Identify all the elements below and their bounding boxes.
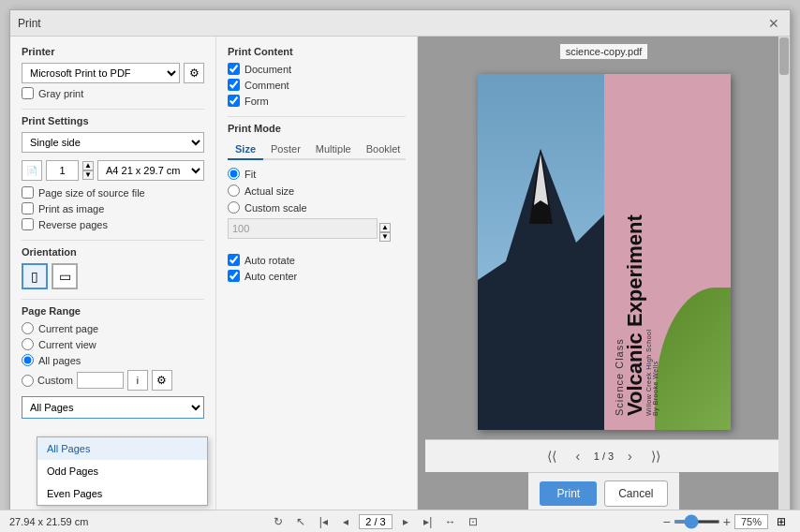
preview-panel: science-copy.pdf [418, 37, 790, 522]
copies-down-button[interactable]: ▼ [82, 170, 94, 180]
fit-width-icon[interactable]: ↔ [441, 512, 460, 531]
gray-print-label: Gray print [38, 88, 83, 99]
auto-rotate-checkbox[interactable] [228, 254, 240, 266]
close-button[interactable]: ✕ [765, 15, 782, 32]
cancel-button[interactable]: Cancel [604, 480, 667, 507]
last-page-button[interactable]: ⟩⟩ [645, 446, 666, 466]
custom-info-button[interactable]: i [127, 370, 148, 391]
zoom-in-button[interactable]: + [723, 514, 731, 529]
paper-size-select[interactable]: A4 21 x 29.7 cm [97, 160, 204, 181]
printer-select[interactable]: Microsoft Print to PDF [22, 63, 180, 83]
auto-center-row: Auto center [228, 270, 406, 282]
actual-size-label: Actual size [244, 185, 294, 197]
zoom-slider[interactable] [674, 520, 720, 524]
rotate-icon[interactable]: ↻ [269, 512, 288, 531]
comment-checkbox[interactable] [228, 79, 240, 91]
page-counter: 1 / 3 [594, 451, 614, 462]
prev-page-status-button[interactable]: ◂ [336, 512, 355, 531]
tab-booklet[interactable]: Booklet [359, 140, 408, 160]
tab-poster[interactable]: Poster [263, 140, 308, 160]
current-view-radio[interactable] [22, 338, 34, 350]
reverse-pages-checkbox[interactable] [22, 218, 34, 230]
preview-container: Science Class Volcanic Experiment Willow… [425, 65, 782, 439]
scale-up-button[interactable]: ▲ [379, 223, 391, 232]
first-page-status-button[interactable]: |◂ [314, 512, 333, 531]
auto-rotate-row: Auto rotate [228, 254, 406, 266]
cover-text-container: Science Class Volcanic Experiment Willow… [609, 83, 663, 421]
gray-print-checkbox[interactable] [22, 87, 34, 99]
actual-size-radio[interactable] [228, 185, 240, 197]
dropdown-all-pages[interactable]: All Pages [37, 437, 207, 460]
all-pages-radio[interactable] [22, 354, 34, 366]
printer-section-title: Printer [22, 46, 204, 57]
current-page-radio[interactable] [22, 322, 34, 334]
custom-settings-button[interactable]: ⚙ [152, 370, 172, 391]
pages-dropdown-overlay: All Pages Odd Pages Even Pages [37, 436, 208, 506]
custom-range-input[interactable] [77, 372, 124, 389]
print-mode-tabs: Size Poster Multiple Booklet [228, 140, 406, 160]
tab-multiple[interactable]: Multiple [308, 140, 359, 160]
custom-radio[interactable] [22, 375, 34, 387]
reverse-pages-label: Reverse pages [38, 219, 108, 230]
document-label: Document [244, 64, 291, 75]
auto-rotate-label: Auto rotate [244, 255, 295, 266]
printer-settings-button[interactable]: ⚙ [184, 63, 204, 83]
current-page-label: Current page [38, 323, 98, 334]
landscape-icon: ▭ [59, 269, 71, 284]
current-view-row: Current view [22, 338, 204, 350]
all-pages-row: All pages [22, 354, 204, 366]
page-dimensions: 27.94 x 21.59 cm [9, 516, 88, 527]
titlebar: Print ✕ [10, 10, 790, 37]
current-view-label: Current view [38, 339, 96, 350]
dropdown-even-pages[interactable]: Even Pages [37, 482, 207, 505]
custom-row: Custom i ⚙ [22, 370, 204, 391]
scrollbar-thumb[interactable] [779, 37, 789, 75]
preview-scrollbar[interactable] [778, 37, 790, 522]
landscape-button[interactable]: ▭ [52, 263, 78, 289]
document-checkbox[interactable] [228, 63, 240, 75]
green-hill [655, 288, 731, 430]
fit-radio[interactable] [228, 168, 240, 180]
page-size-source-checkbox[interactable] [22, 186, 34, 199]
print-button[interactable]: Print [540, 481, 597, 506]
middle-panel: Print Content Document Comment Form Prin… [216, 37, 418, 522]
first-page-button[interactable]: ⟨⟨ [541, 446, 562, 466]
scale-down-button[interactable]: ▼ [379, 232, 391, 242]
print-content-title: Print Content [228, 46, 406, 57]
form-row: Form [228, 95, 406, 107]
preview-photo-half [478, 74, 604, 430]
cursor-icon[interactable]: ↖ [291, 512, 310, 531]
custom-label: Custom [37, 375, 73, 386]
last-page-status-button[interactable]: ▸| [419, 512, 437, 531]
fit-button[interactable]: ⊞ [772, 512, 791, 531]
copies-input[interactable] [46, 160, 79, 181]
next-page-button[interactable]: › [619, 446, 640, 466]
document-row: Document [228, 63, 406, 75]
print-as-image-row: Print as image [22, 202, 204, 214]
zoom-out-button[interactable]: − [663, 514, 671, 529]
volcanic-text: Volcanic Experiment [625, 88, 645, 416]
page-status-indicator: 2 / 3 [359, 514, 392, 529]
tab-size[interactable]: Size [228, 140, 263, 160]
print-mode-title: Print Mode [228, 123, 406, 134]
subtitle-text: Willow Creek High School [645, 88, 652, 416]
dropdown-odd-pages[interactable]: Odd Pages [37, 460, 207, 482]
auto-center-label: Auto center [244, 271, 297, 282]
zoom-control: − + [663, 514, 731, 529]
form-checkbox[interactable] [228, 95, 240, 107]
custom-scale-radio[interactable] [228, 201, 240, 214]
print-as-image-checkbox[interactable] [22, 202, 34, 214]
action-row: Print Cancel [528, 472, 678, 514]
side-select[interactable]: Single side Both sides (flip on long edg… [22, 132, 204, 153]
auto-center-checkbox[interactable] [228, 270, 240, 282]
next-page-status-button[interactable]: ▸ [396, 512, 415, 531]
print-as-image-label: Print as image [38, 203, 104, 214]
portrait-button[interactable]: ▯ [22, 263, 48, 289]
copies-up-button[interactable]: ▲ [82, 161, 94, 170]
printer-select-row: Microsoft Print to PDF ⚙ [22, 63, 204, 83]
prev-page-button[interactable]: ‹ [568, 446, 588, 466]
gear-icon: ⚙ [189, 66, 200, 80]
pages-filter-select[interactable]: All Pages Odd Pages Even Pages [22, 396, 204, 419]
fit-page-icon[interactable]: ⊡ [464, 512, 482, 531]
page-size-source-label: Page size of source file [38, 187, 145, 199]
